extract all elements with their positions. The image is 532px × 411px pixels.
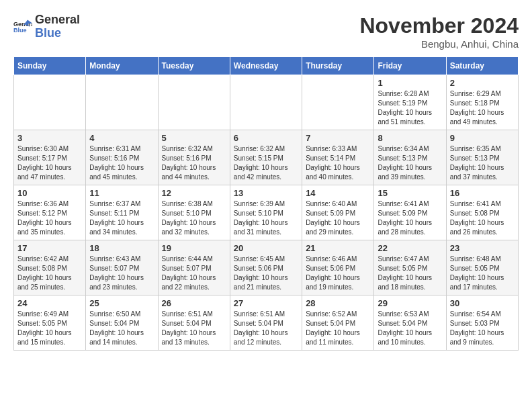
calendar-cell: 18Sunrise: 6:43 AM Sunset: 5:07 PM Dayli… xyxy=(86,240,158,295)
day-info: Sunrise: 6:30 AM Sunset: 5:17 PM Dayligh… xyxy=(17,144,82,182)
day-info: Sunrise: 6:41 AM Sunset: 5:09 PM Dayligh… xyxy=(378,199,442,237)
day-number: 15 xyxy=(378,188,442,198)
day-info: Sunrise: 6:48 AM Sunset: 5:05 PM Dayligh… xyxy=(450,255,515,292)
day-number: 8 xyxy=(378,133,442,143)
month-title: November 2024 xyxy=(359,13,519,38)
day-number: 21 xyxy=(306,243,370,253)
day-number: 17 xyxy=(17,243,82,253)
weekday-header: Monday xyxy=(86,57,158,75)
day-info: Sunrise: 6:29 AM Sunset: 5:18 PM Dayligh… xyxy=(450,89,515,127)
calendar-cell: 29Sunrise: 6:53 AM Sunset: 5:04 PM Dayli… xyxy=(374,295,446,351)
calendar-cell: 10Sunrise: 6:36 AM Sunset: 5:12 PM Dayli… xyxy=(14,185,86,240)
weekday-row: SundayMondayTuesdayWednesdayThursdayFrid… xyxy=(14,57,519,75)
page-header: General Blue General Blue November 2024 … xyxy=(13,13,519,50)
calendar-cell: 16Sunrise: 6:41 AM Sunset: 5:08 PM Dayli… xyxy=(446,185,518,240)
day-info: Sunrise: 6:32 AM Sunset: 5:15 PM Dayligh… xyxy=(234,144,298,182)
title-section: November 2024 Bengbu, Anhui, China xyxy=(359,13,519,50)
calendar-week-row: 3Sunrise: 6:30 AM Sunset: 5:17 PM Daylig… xyxy=(14,130,519,185)
calendar-cell xyxy=(230,75,302,130)
day-info: Sunrise: 6:40 AM Sunset: 5:09 PM Dayligh… xyxy=(306,199,370,237)
day-number: 28 xyxy=(306,298,370,308)
day-number: 12 xyxy=(162,188,226,198)
day-number: 22 xyxy=(378,243,442,253)
calendar-cell: 6Sunrise: 6:32 AM Sunset: 5:15 PM Daylig… xyxy=(230,130,302,185)
calendar-week-row: 10Sunrise: 6:36 AM Sunset: 5:12 PM Dayli… xyxy=(14,185,519,240)
day-number: 25 xyxy=(89,298,154,308)
svg-text:Blue: Blue xyxy=(13,27,27,34)
weekday-header: Thursday xyxy=(302,57,374,75)
day-number: 26 xyxy=(162,298,226,308)
day-info: Sunrise: 6:54 AM Sunset: 5:03 PM Dayligh… xyxy=(450,310,515,347)
day-number: 24 xyxy=(17,298,82,308)
calendar-cell: 24Sunrise: 6:49 AM Sunset: 5:05 PM Dayli… xyxy=(14,295,86,351)
calendar-cell: 1Sunrise: 6:28 AM Sunset: 5:19 PM Daylig… xyxy=(374,75,446,130)
weekday-header: Friday xyxy=(374,57,446,75)
weekday-header: Tuesday xyxy=(158,57,230,75)
day-info: Sunrise: 6:39 AM Sunset: 5:10 PM Dayligh… xyxy=(234,199,298,237)
day-number: 19 xyxy=(162,243,226,253)
day-number: 14 xyxy=(306,188,370,198)
day-info: Sunrise: 6:28 AM Sunset: 5:19 PM Dayligh… xyxy=(378,89,442,127)
day-info: Sunrise: 6:36 AM Sunset: 5:12 PM Dayligh… xyxy=(17,199,82,237)
day-number: 1 xyxy=(378,78,442,88)
day-number: 9 xyxy=(450,133,515,143)
calendar-cell: 13Sunrise: 6:39 AM Sunset: 5:10 PM Dayli… xyxy=(230,185,302,240)
day-info: Sunrise: 6:31 AM Sunset: 5:16 PM Dayligh… xyxy=(89,144,154,182)
day-info: Sunrise: 6:53 AM Sunset: 5:04 PM Dayligh… xyxy=(378,310,442,347)
day-number: 10 xyxy=(17,188,82,198)
calendar-cell xyxy=(14,75,86,130)
calendar-cell xyxy=(86,75,158,130)
calendar-cell: 23Sunrise: 6:48 AM Sunset: 5:05 PM Dayli… xyxy=(446,240,518,295)
calendar-cell: 20Sunrise: 6:45 AM Sunset: 5:06 PM Dayli… xyxy=(230,240,302,295)
calendar-week-row: 24Sunrise: 6:49 AM Sunset: 5:05 PM Dayli… xyxy=(14,295,519,351)
weekday-header: Wednesday xyxy=(230,57,302,75)
day-info: Sunrise: 6:50 AM Sunset: 5:04 PM Dayligh… xyxy=(89,310,154,347)
day-info: Sunrise: 6:37 AM Sunset: 5:11 PM Dayligh… xyxy=(89,199,154,237)
calendar-cell xyxy=(158,75,230,130)
day-number: 27 xyxy=(234,298,298,308)
day-number: 20 xyxy=(234,243,298,253)
day-number: 13 xyxy=(234,188,298,198)
calendar-cell: 21Sunrise: 6:46 AM Sunset: 5:06 PM Dayli… xyxy=(302,240,374,295)
day-info: Sunrise: 6:41 AM Sunset: 5:08 PM Dayligh… xyxy=(450,199,515,237)
day-info: Sunrise: 6:45 AM Sunset: 5:06 PM Dayligh… xyxy=(234,255,298,292)
calendar-cell: 15Sunrise: 6:41 AM Sunset: 5:09 PM Dayli… xyxy=(374,185,446,240)
calendar-cell: 19Sunrise: 6:44 AM Sunset: 5:07 PM Dayli… xyxy=(158,240,230,295)
day-number: 23 xyxy=(450,243,515,253)
calendar-cell: 7Sunrise: 6:33 AM Sunset: 5:14 PM Daylig… xyxy=(302,130,374,185)
calendar-week-row: 17Sunrise: 6:42 AM Sunset: 5:08 PM Dayli… xyxy=(14,240,519,295)
calendar-cell: 14Sunrise: 6:40 AM Sunset: 5:09 PM Dayli… xyxy=(302,185,374,240)
day-info: Sunrise: 6:51 AM Sunset: 5:04 PM Dayligh… xyxy=(162,310,226,347)
day-info: Sunrise: 6:34 AM Sunset: 5:13 PM Dayligh… xyxy=(378,144,442,182)
day-number: 2 xyxy=(450,78,515,88)
day-info: Sunrise: 6:33 AM Sunset: 5:14 PM Dayligh… xyxy=(306,144,370,182)
day-info: Sunrise: 6:42 AM Sunset: 5:08 PM Dayligh… xyxy=(17,255,82,292)
day-number: 4 xyxy=(89,133,154,143)
day-number: 29 xyxy=(378,298,442,308)
logo-line2: Blue xyxy=(35,27,80,40)
location: Bengbu, Anhui, China xyxy=(359,38,519,50)
calendar-cell: 12Sunrise: 6:38 AM Sunset: 5:10 PM Dayli… xyxy=(158,185,230,240)
day-info: Sunrise: 6:35 AM Sunset: 5:13 PM Dayligh… xyxy=(450,144,515,182)
weekday-header: Sunday xyxy=(14,57,86,75)
weekday-header: Saturday xyxy=(446,57,518,75)
calendar-table: SundayMondayTuesdayWednesdayThursdayFrid… xyxy=(13,56,519,351)
day-info: Sunrise: 6:32 AM Sunset: 5:16 PM Dayligh… xyxy=(162,144,226,182)
day-number: 30 xyxy=(450,298,515,308)
day-info: Sunrise: 6:38 AM Sunset: 5:10 PM Dayligh… xyxy=(162,199,226,237)
day-info: Sunrise: 6:52 AM Sunset: 5:04 PM Dayligh… xyxy=(306,310,370,347)
calendar-cell: 11Sunrise: 6:37 AM Sunset: 5:11 PM Dayli… xyxy=(86,185,158,240)
calendar-cell: 3Sunrise: 6:30 AM Sunset: 5:17 PM Daylig… xyxy=(14,130,86,185)
calendar-cell: 25Sunrise: 6:50 AM Sunset: 5:04 PM Dayli… xyxy=(86,295,158,351)
calendar-week-row: 1Sunrise: 6:28 AM Sunset: 5:19 PM Daylig… xyxy=(14,75,519,130)
calendar-header: SundayMondayTuesdayWednesdayThursdayFrid… xyxy=(14,57,519,75)
day-info: Sunrise: 6:44 AM Sunset: 5:07 PM Dayligh… xyxy=(162,255,226,292)
day-number: 18 xyxy=(89,243,154,253)
calendar-body: 1Sunrise: 6:28 AM Sunset: 5:19 PM Daylig… xyxy=(14,75,519,351)
calendar-cell: 4Sunrise: 6:31 AM Sunset: 5:16 PM Daylig… xyxy=(86,130,158,185)
calendar-cell: 30Sunrise: 6:54 AM Sunset: 5:03 PM Dayli… xyxy=(446,295,518,351)
day-number: 6 xyxy=(234,133,298,143)
day-number: 11 xyxy=(89,188,154,198)
calendar-cell xyxy=(302,75,374,130)
logo-text: General Blue xyxy=(35,13,80,40)
